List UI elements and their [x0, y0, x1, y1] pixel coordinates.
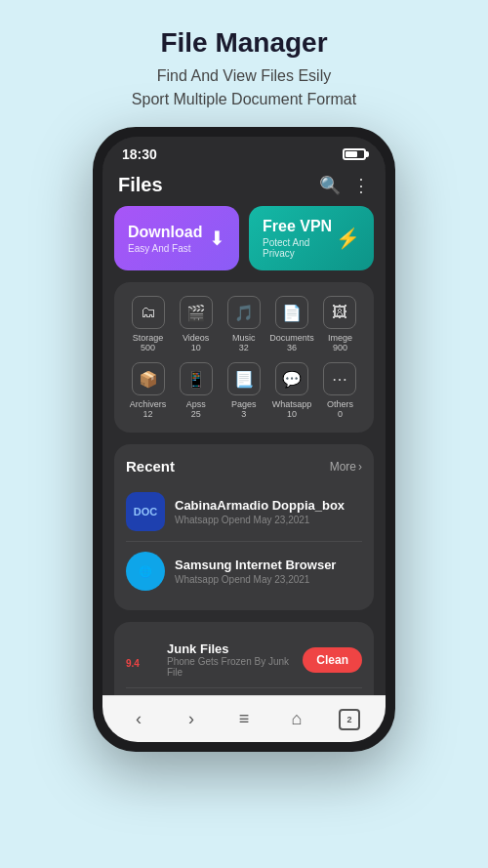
category-item-2[interactable]: 🎵 Music32 [222, 296, 265, 352]
topbar-icons: 🔍 ⋮ [319, 175, 370, 196]
category-icon-0: 🗂 [132, 296, 165, 329]
action-buttons: Download Easy And Fast ⬇ Free VPN Potect… [114, 206, 374, 270]
app-topbar: Files 🔍 ⋮ [114, 168, 374, 206]
category-icon-2: 🎵 [227, 296, 261, 329]
recent-item-1[interactable]: 🌐 Samsung Internet Browser Whatsapp Open… [126, 541, 362, 597]
category-label-0: Storage500 [133, 333, 164, 352]
search-icon[interactable]: 🔍 [319, 175, 341, 196]
phone-screen: 18:30 Files 🔍 ⋮ Download Easy And Fast [102, 137, 386, 742]
recent-items-list: DOC CabinaArmadio Doppia_box Whatsapp Op… [126, 486, 362, 597]
category-item-9[interactable]: ⋯ Others0 [318, 362, 362, 419]
category-icon-5: 📦 [132, 362, 165, 395]
category-item-4[interactable]: 🖼 Imege900 [318, 296, 362, 352]
status-time: 18:30 [122, 146, 157, 162]
vpn-icon: ⚡ [336, 227, 360, 250]
category-icon-1: 🎬 [180, 296, 213, 329]
battery-indicator [343, 148, 366, 160]
app-title: Files [118, 174, 163, 196]
home-button[interactable]: ⌂ [279, 702, 314, 737]
category-label-3: Documents36 [269, 333, 314, 352]
category-label-5: Archivers12 [130, 399, 167, 419]
recent-title: Recent [126, 458, 175, 475]
category-icon-6: 📱 [180, 362, 213, 395]
status-bar: 18:30 [102, 137, 386, 168]
back-button[interactable]: ‹ [121, 702, 156, 737]
download-icon: ⬇ [209, 227, 225, 250]
tabs-button[interactable]: 2 [332, 702, 367, 737]
boost-battery-row: 🚀 Phone Boost 54% Occupid Battery Saver … [126, 687, 362, 695]
category-label-2: Music32 [232, 333, 256, 352]
page-subtitle: Find And View Files Esily Sport Multiple… [132, 64, 356, 111]
clean-button[interactable]: Clean [303, 647, 362, 673]
file-sub-0: Whatsapp Opend May 23,2021 [175, 515, 345, 525]
junk-files-row: 9.4 Junk Files Phone Gets Frozen By Junk… [126, 636, 362, 683]
bottom-nav: ‹ › ≡ ⌂ 2 [102, 695, 386, 742]
recent-more-button[interactable]: More › [330, 460, 362, 474]
tab-count: 2 [339, 709, 360, 730]
phone-frame: 18:30 Files 🔍 ⋮ Download Easy And Fast [93, 127, 395, 752]
menu-button[interactable]: ≡ [226, 702, 262, 737]
category-icon-7: 📃 [227, 362, 261, 395]
category-label-9: Others0 [327, 399, 353, 419]
recent-header: Recent More › [126, 458, 362, 475]
category-label-6: Apss25 [186, 399, 206, 419]
vpn-label: Free VPN [263, 218, 336, 235]
junk-name: Junk Files [167, 641, 293, 656]
category-label-8: Whatsapp10 [272, 399, 312, 419]
browser-icon: 🌐 [126, 552, 165, 591]
category-icon-3: 📄 [275, 296, 308, 329]
category-item-7[interactable]: 📃 Pages3 [222, 362, 265, 419]
category-item-1[interactable]: 🎬 Videos10 [174, 296, 218, 352]
doc-icon: DOC [126, 492, 165, 531]
category-icon-4: 🖼 [323, 296, 356, 329]
junk-score: 9.4 [126, 647, 157, 673]
download-sublabel: Easy And Fast [128, 243, 202, 254]
categories-card: 🗂 Storage500 🎬 Videos10 🎵 Music32 📄 Docu… [114, 282, 374, 433]
category-label-4: Imege900 [328, 333, 352, 352]
app-content: Files 🔍 ⋮ Download Easy And Fast ⬇ [102, 168, 386, 695]
category-icon-8: 💬 [275, 362, 308, 395]
file-sub-1: Whatsapp Opend May 23,2021 [175, 574, 336, 585]
file-name-1: Samsung Internet Browser [175, 558, 336, 572]
categories-grid: 🗂 Storage500 🎬 Videos10 🎵 Music32 📄 Docu… [126, 296, 362, 419]
category-item-6[interactable]: 📱 Apss25 [174, 362, 218, 419]
tools-card: 9.4 Junk Files Phone Gets Frozen By Junk… [114, 622, 374, 695]
page-title: File Manager [132, 27, 356, 59]
category-label-1: Videos10 [183, 333, 209, 352]
recent-item-0[interactable]: DOC CabinaArmadio Doppia_box Whatsapp Op… [126, 486, 362, 537]
download-label: Download [128, 224, 202, 241]
vpn-button[interactable]: Free VPN Potect And Privacy ⚡ [249, 206, 374, 270]
vpn-sublabel: Potect And Privacy [263, 237, 336, 259]
recent-card: Recent More › DOC CabinaArmadio Doppia_b… [114, 444, 374, 610]
category-item-5[interactable]: 📦 Archivers12 [126, 362, 170, 419]
category-icon-9: ⋯ [323, 362, 356, 395]
category-item-3[interactable]: 📄 Documents36 [269, 296, 314, 352]
category-item-8[interactable]: 💬 Whatsapp10 [269, 362, 314, 419]
category-label-7: Pages3 [231, 399, 257, 419]
category-item-0[interactable]: 🗂 Storage500 [126, 296, 170, 352]
download-button[interactable]: Download Easy And Fast ⬇ [114, 206, 239, 270]
file-name-0: CabinaArmadio Doppia_box [175, 498, 345, 513]
forward-button[interactable]: › [174, 702, 209, 737]
more-options-icon[interactable]: ⋮ [352, 175, 370, 196]
junk-sub: Phone Gets Frozen By Junk File [167, 656, 293, 678]
